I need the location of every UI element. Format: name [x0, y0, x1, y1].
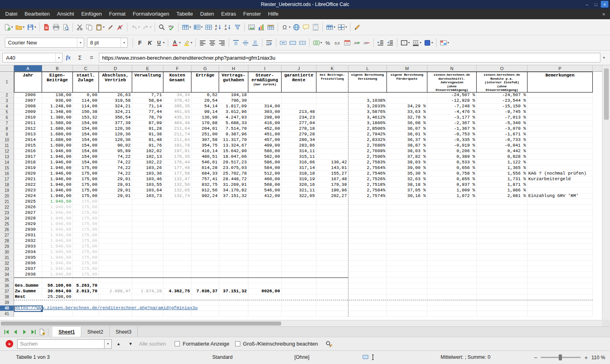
cell-L29[interactable] — [348, 244, 387, 249]
cell-E14[interactable]: 102,22 — [132, 160, 163, 165]
cell-K8[interactable] — [316, 126, 348, 132]
cell-J19[interactable]: 321,11 — [282, 188, 316, 193]
dropdown-caret-icon[interactable]: ▾ — [11, 25, 13, 29]
cell-K36[interactable] — [316, 283, 348, 289]
cell-C32[interactable]: 175,00 — [73, 261, 99, 266]
undo-icon[interactable]: ▾ — [130, 22, 141, 32]
cell-O39[interactable] — [477, 300, 527, 306]
cell-M7[interactable]: 36,08 % — [387, 121, 427, 126]
header-cell-K1[interactable]: bei Beitrags-freistellung — [316, 72, 348, 93]
cell-M29[interactable] — [387, 244, 427, 249]
select-all-corner[interactable] — [0, 65, 14, 72]
cell-K9[interactable] — [316, 132, 348, 137]
cell-H33[interactable] — [219, 266, 248, 272]
formula-equals-icon[interactable]: = — [87, 53, 97, 62]
cell-H24[interactable] — [219, 216, 248, 221]
cell-C20[interactable]: 175,00 — [73, 193, 99, 199]
cell-O33[interactable] — [477, 266, 527, 272]
copy-icon[interactable] — [85, 22, 94, 32]
row-header-40[interactable]: 40 — [0, 306, 14, 311]
row-header-27[interactable]: 27 — [0, 233, 14, 238]
cell-P39[interactable] — [527, 300, 593, 306]
cell-K6[interactable] — [316, 115, 348, 121]
cell-F5[interactable]: 401,65 — [163, 109, 191, 115]
select-sum-icon[interactable]: Σ — [75, 53, 85, 62]
cell-H41[interactable] — [219, 311, 248, 317]
cell-M5[interactable]: 33,63 % — [387, 109, 427, 115]
horizontal-scrollbar[interactable] — [0, 320, 602, 326]
paste-icon[interactable]: ▾ — [95, 22, 105, 32]
cell-M35[interactable] — [387, 278, 427, 283]
cell-F25[interactable] — [163, 221, 191, 227]
cell-B28[interactable]: 1.946,00 — [42, 238, 73, 244]
cell-I25[interactable] — [248, 221, 282, 227]
row-header-22[interactable]: 22 — [0, 205, 14, 210]
cell-C12[interactable]: 154,00 — [73, 149, 99, 154]
redo-icon[interactable]: ▾ — [141, 22, 152, 32]
cell-K39[interactable] — [316, 300, 348, 306]
cell-D27[interactable] — [99, 233, 132, 238]
cell-A20[interactable]: 2024 — [14, 193, 42, 199]
cell-I14[interactable]: 586,00 — [248, 160, 282, 165]
cell-H17[interactable]: 28.448,72 — [219, 177, 248, 182]
sort-descending-icon[interactable]: ZA — [223, 22, 232, 32]
column-header-K[interactable]: K — [316, 65, 348, 72]
cell-L13[interactable]: 2,7596% — [348, 154, 387, 160]
cell-E22[interactable] — [132, 205, 163, 210]
cell-F30[interactable] — [163, 249, 191, 255]
zoom-slider-thumb[interactable] — [559, 354, 562, 360]
cell-P18[interactable] — [527, 182, 593, 188]
cell-C27[interactable]: 175,00 — [73, 233, 99, 238]
cell-A28[interactable]: 2032 — [14, 238, 42, 244]
cell-N13[interactable]: 0,389 % — [427, 154, 477, 160]
menu-einfügen[interactable]: Einfügen — [78, 9, 105, 19]
cell-E25[interactable] — [132, 221, 163, 227]
cell-J7[interactable]: 277,04 — [282, 121, 316, 126]
cell-J32[interactable] — [282, 261, 316, 266]
header-cell-N1[interactable]: zinsen-berechnen.dedurchschnittl.Jahresg… — [427, 72, 477, 93]
cell-E35[interactable] — [132, 278, 163, 283]
cell-H4[interactable]: 1.817,09 — [219, 104, 248, 109]
cell-G27[interactable] — [191, 233, 219, 238]
cell-M32[interactable] — [387, 261, 427, 266]
borders-icon[interactable]: ▾ — [400, 38, 411, 48]
search-input[interactable] — [17, 339, 105, 349]
cell-L32[interactable] — [348, 261, 387, 266]
cell-O6[interactable]: -7,013 % — [477, 115, 527, 121]
row-header-36[interactable]: 36 — [0, 283, 14, 289]
cell-O20[interactable]: 2,081 % — [477, 193, 527, 199]
cell-P38[interactable] — [527, 294, 593, 300]
cell-M13[interactable]: 37,82 % — [387, 154, 427, 160]
cell-K26[interactable] — [316, 227, 348, 233]
conditional-formatting-icon[interactable]: ▾ — [439, 38, 450, 48]
cell-J18[interactable]: 320,16 — [282, 182, 316, 188]
header-cell-D1[interactable]: Abschluss,Vertrieb — [99, 72, 132, 93]
split-window-icon[interactable]: ▾ — [337, 22, 348, 32]
cell-F11[interactable]: 181,78 — [163, 143, 191, 149]
row-header-24[interactable]: 24 — [0, 216, 14, 221]
cell-N16[interactable]: 0,758 % — [427, 171, 477, 177]
cell-B39[interactable] — [42, 300, 73, 306]
cell-E23[interactable] — [132, 210, 163, 216]
cell-D16[interactable]: 74,22 — [99, 171, 132, 177]
cell-J30[interactable] — [282, 249, 316, 255]
header-cell-L1[interactable]: eigene BerechnungVerzinsung — [348, 72, 387, 93]
cell-D17[interactable]: 29,01 — [99, 177, 132, 182]
dropdown-caret-icon[interactable]: ▾ — [201, 25, 203, 29]
cell-B38[interactable]: 25.298,00 — [42, 294, 73, 300]
cell-H7[interactable]: 5.688,33 — [219, 121, 248, 126]
cell-D21[interactable] — [99, 199, 132, 205]
menu-bearbeiten[interactable]: Bearbeiten — [21, 9, 53, 19]
cell-B11[interactable]: 1.680,00 — [42, 143, 73, 149]
minimize-icon[interactable]: – — [583, 1, 591, 8]
cell-J41[interactable] — [282, 311, 316, 317]
cell-A32[interactable]: 2036 — [14, 261, 42, 266]
cell-L15[interactable]: 2,7564% — [348, 165, 387, 171]
cell-E4[interactable]: 71,14 — [132, 104, 163, 109]
cell-D3[interactable]: 319,58 — [99, 98, 132, 104]
cell-L34[interactable] — [348, 272, 387, 278]
cell-K28[interactable] — [316, 238, 348, 244]
cell-G13[interactable]: 480,51 — [191, 154, 219, 160]
cell-G19[interactable]: 912,56 — [191, 188, 219, 193]
cell-H39[interactable] — [219, 300, 248, 306]
